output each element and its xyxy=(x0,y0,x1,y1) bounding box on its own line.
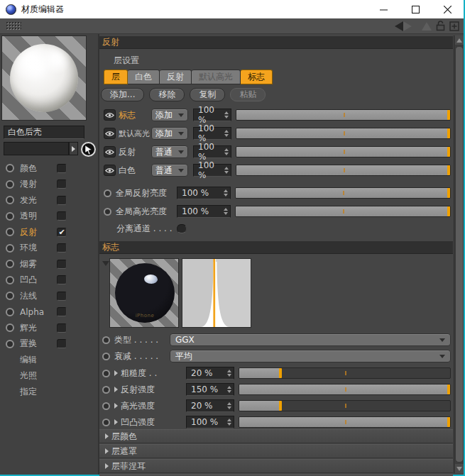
layer-opacity-slider[interactable] xyxy=(236,128,451,139)
animation-ring-icon[interactable] xyxy=(102,419,110,426)
channel-checkbox[interactable] xyxy=(57,307,67,316)
animation-ring-icon[interactable] xyxy=(102,402,110,410)
falloff-dropdown[interactable]: 平均 xyxy=(170,350,451,362)
animation-ring-icon[interactable] xyxy=(6,244,14,253)
animation-ring-icon[interactable] xyxy=(6,260,14,268)
blend-mode-dropdown[interactable]: 添加 xyxy=(151,109,188,121)
animation-ring-icon[interactable] xyxy=(6,164,14,172)
bump-strength-field[interactable]: 100 % xyxy=(186,416,234,428)
fold-layer-color[interactable]: 层颜色 xyxy=(99,429,453,443)
layer-opacity-field[interactable]: 100 % xyxy=(193,164,231,177)
animation-ring-icon[interactable] xyxy=(102,336,110,344)
layer-opacity-slider[interactable] xyxy=(236,146,451,157)
expand-triangle-icon[interactable] xyxy=(114,387,118,392)
preset-expand-icon[interactable] xyxy=(69,142,78,155)
channel-row-alpha[interactable]: Alpha xyxy=(0,304,99,321)
close-button[interactable] xyxy=(432,0,464,18)
blend-mode-dropdown[interactable]: 普通 xyxy=(151,164,188,177)
pick-material-button[interactable] xyxy=(81,142,96,157)
global-specular-slider[interactable] xyxy=(235,206,451,217)
layer-name[interactable]: 标志 xyxy=(119,109,151,121)
animation-ring-icon[interactable] xyxy=(6,323,14,332)
roughness-slider[interactable] xyxy=(239,367,451,379)
add-layer-button[interactable]: 添加... xyxy=(101,88,144,101)
bump-strength-slider[interactable] xyxy=(239,416,451,428)
channel-checkbox[interactable] xyxy=(57,323,67,333)
animation-ring-icon[interactable] xyxy=(104,189,111,197)
global-reflection-slider[interactable] xyxy=(235,187,451,199)
reflection-strength-field[interactable]: 150 % xyxy=(186,383,234,396)
channel-row-fog[interactable]: 烟雾 xyxy=(0,256,99,272)
paste-layer-button[interactable]: 粘贴 xyxy=(230,88,266,101)
blend-mode-dropdown[interactable]: 普通 xyxy=(151,145,188,158)
animation-ring-icon[interactable] xyxy=(6,276,14,284)
layer-opacity-field[interactable]: 100 % xyxy=(193,145,231,158)
expand-triangle-icon[interactable] xyxy=(114,419,118,425)
spinner-icon[interactable] xyxy=(227,370,231,377)
spinner-icon[interactable] xyxy=(224,208,228,215)
tab-layer[interactable]: 层 xyxy=(104,70,128,84)
channel-row-transparency[interactable]: 透明 xyxy=(0,209,99,225)
spinner-icon[interactable] xyxy=(224,167,229,174)
sidebar-item-editor[interactable]: 编辑 xyxy=(0,352,99,368)
channel-row-bump[interactable]: 凹凸 xyxy=(0,272,99,289)
vertical-scrollbar[interactable] xyxy=(454,35,464,473)
animation-ring-icon[interactable] xyxy=(6,228,14,236)
history-back-icon[interactable] xyxy=(395,21,403,31)
animation-ring-icon[interactable] xyxy=(6,212,14,221)
sidebar-item-illumination[interactable]: 光照 xyxy=(0,368,99,384)
minimize-button[interactable] xyxy=(368,0,400,18)
global-specular-field[interactable]: 100 % xyxy=(177,205,231,218)
channel-checkbox[interactable] xyxy=(57,260,67,269)
channel-row-reflectance[interactable]: 反射 ✔ xyxy=(0,224,99,240)
history-forward-icon[interactable] xyxy=(403,21,412,31)
specular-strength-slider[interactable] xyxy=(239,400,451,411)
channel-checkbox[interactable] xyxy=(57,196,67,205)
expand-triangle-icon[interactable] xyxy=(114,370,118,376)
copy-layer-button[interactable]: 复制 xyxy=(190,88,225,101)
spinner-icon[interactable] xyxy=(224,111,229,118)
channel-checkbox[interactable] xyxy=(57,243,67,253)
spinner-icon[interactable] xyxy=(224,189,228,197)
tab-reflection[interactable]: 反射 xyxy=(160,70,192,84)
sidebar-item-assign[interactable]: 指定 xyxy=(0,384,99,400)
spinner-icon[interactable] xyxy=(224,148,229,155)
layer-name[interactable]: 反射 xyxy=(119,146,151,158)
channel-row-environment[interactable]: 环境 xyxy=(0,240,99,257)
animation-ring-icon[interactable] xyxy=(6,308,14,316)
layer-name[interactable]: 默认高光 xyxy=(119,128,151,139)
layer-name[interactable]: 白色 xyxy=(119,165,151,177)
animation-ring-icon[interactable] xyxy=(6,180,14,189)
channel-checkbox[interactable] xyxy=(57,179,67,189)
channel-row-luminance[interactable]: 发光 xyxy=(0,192,99,209)
drag-grip-icon[interactable] xyxy=(6,21,21,31)
material-name-field[interactable]: 白色后壳 xyxy=(4,126,84,139)
tab-logo[interactable]: 标志 xyxy=(241,70,273,84)
separate-channels-checkbox[interactable] xyxy=(177,224,187,233)
channel-row-normal[interactable]: 法线 xyxy=(0,288,99,304)
fold-layer-fresnel[interactable]: 层菲涅耳 xyxy=(99,459,453,473)
layer-opacity-slider[interactable] xyxy=(236,109,451,121)
fold-layer-mask[interactable]: 层遮罩 xyxy=(99,444,453,458)
material-preview[interactable] xyxy=(1,35,87,121)
eye-icon[interactable] xyxy=(104,146,116,157)
spinner-icon[interactable] xyxy=(227,402,231,409)
animation-ring-icon[interactable] xyxy=(104,208,111,216)
channel-row-glow[interactable]: 辉光 xyxy=(0,320,99,336)
animation-ring-icon[interactable] xyxy=(102,353,110,360)
channel-checkbox[interactable] xyxy=(57,164,67,173)
animation-ring-icon[interactable] xyxy=(6,196,14,204)
scroll-up-icon[interactable] xyxy=(455,35,464,45)
brdf-curve-preview[interactable] xyxy=(182,258,251,328)
tab-default-specular[interactable]: 默认高光 xyxy=(192,70,241,84)
remove-layer-button[interactable]: 移除 xyxy=(149,88,185,101)
expand-triangle-icon[interactable] xyxy=(114,403,118,409)
spinner-icon[interactable] xyxy=(227,386,231,393)
global-reflection-field[interactable]: 100 % xyxy=(177,187,231,199)
scrollbar-thumb[interactable] xyxy=(455,46,464,463)
scroll-down-icon[interactable] xyxy=(455,464,464,473)
lock-icon[interactable] xyxy=(436,21,445,31)
channel-row-color[interactable]: 颜色 xyxy=(0,160,99,177)
animation-ring-icon[interactable] xyxy=(6,292,14,300)
animation-ring-icon[interactable] xyxy=(102,386,110,394)
